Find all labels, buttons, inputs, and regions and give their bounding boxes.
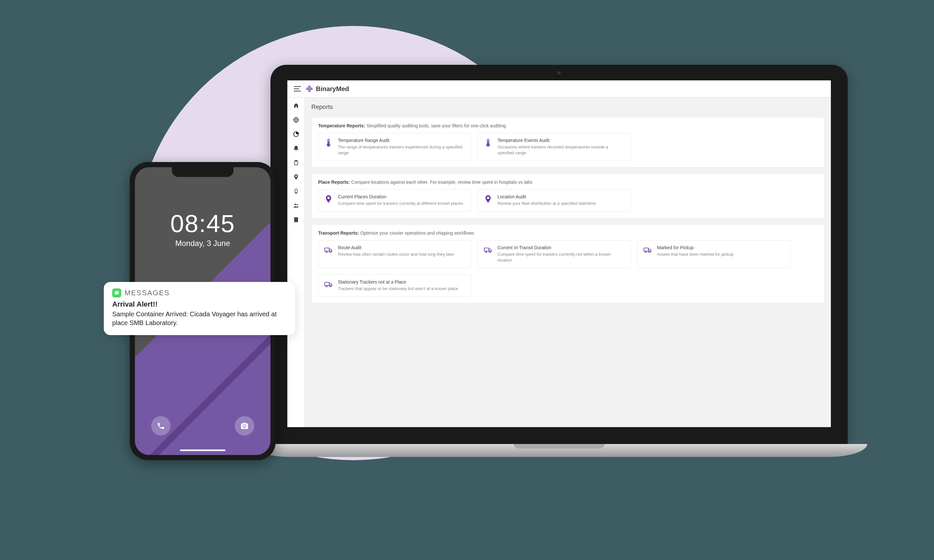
brand-name: BinaryMed <box>316 85 349 93</box>
svg-point-22 <box>326 285 328 287</box>
sidebar-item-location[interactable] <box>293 173 300 180</box>
card-title: Temperature Range Audit <box>338 138 466 143</box>
card-title: Location Audit <box>498 194 625 199</box>
section-subtitle: Simplified quality auditing tools, save … <box>367 123 506 128</box>
svg-point-14 <box>330 251 331 252</box>
notification-body: Sample Container Arrived: Cicada Voyager… <box>112 310 287 327</box>
card-title: Route Audit <box>338 245 466 250</box>
svg-point-17 <box>489 251 491 252</box>
card-title: Marked for Pickup <box>657 245 785 250</box>
card-title: Stationary Trackers not at a Place <box>338 279 466 285</box>
svg-point-19 <box>645 251 647 252</box>
report-card[interactable]: Route AuditReview how often certain rout… <box>318 240 471 268</box>
laptop-base <box>251 444 867 457</box>
truck-icon <box>324 245 333 255</box>
card-description: Occasions where trackers recorded temper… <box>498 144 625 156</box>
section-header: Place Reports: Compare locations against… <box>318 180 818 185</box>
report-section: Temperature Reports: Simplified quality … <box>311 117 825 168</box>
lockscreen-date: Monday, 3 June <box>135 239 270 248</box>
laptop-camera <box>558 71 561 75</box>
card-description: Review your fleet distribution at a spec… <box>498 201 625 206</box>
report-card[interactable]: Marked for PickupAssets that have been m… <box>637 240 790 268</box>
section-header: Temperature Reports: Simplified quality … <box>318 123 818 128</box>
svg-point-8 <box>328 144 330 146</box>
sidebar-item-users[interactable] <box>293 202 300 209</box>
section-header: Transport Reports: Optimise your courier… <box>318 231 818 235</box>
laptop-device: BinaryMed Reports Temperature <box>270 65 848 457</box>
report-card[interactable]: Current Places DurationCompare time spen… <box>318 189 471 211</box>
truck-icon <box>483 245 493 255</box>
sidebar-item-device[interactable] <box>293 188 300 195</box>
app-logo[interactable]: BinaryMed <box>305 85 349 93</box>
section-subtitle: Compare locations against each other. Fo… <box>351 180 533 185</box>
report-card[interactable]: Stationary Trackers not at a PlaceTracke… <box>318 274 471 297</box>
truck-icon <box>643 245 652 255</box>
card-title: Temperature Events Audit <box>498 138 625 143</box>
lockscreen-phone-button[interactable] <box>151 416 171 435</box>
svg-point-10 <box>487 144 489 146</box>
thermometer-icon <box>324 138 333 148</box>
sidebar-item-home[interactable] <box>293 102 300 109</box>
sidebar-item-globe[interactable] <box>293 116 300 123</box>
report-card[interactable]: Location AuditReview your fleet distribu… <box>478 189 631 211</box>
report-card[interactable]: Temperature Range AuditThe range of temp… <box>318 133 471 161</box>
logo-icon <box>305 85 313 93</box>
svg-point-16 <box>485 251 487 252</box>
sidebar-item-clipboard[interactable] <box>293 159 300 166</box>
notification-title: Arrival Alert!! <box>112 300 287 309</box>
phone-notch <box>172 167 233 177</box>
card-description: Review how often certain routes occur an… <box>338 251 466 257</box>
sidebar-item-reports[interactable] <box>293 131 300 138</box>
section-label: Place Reports: <box>318 180 350 185</box>
notification-app-label: MESSAGES <box>125 289 170 297</box>
app-window: BinaryMed Reports Temperature <box>287 80 831 427</box>
thermometer-icon <box>483 138 493 148</box>
lockscreen-camera-button[interactable] <box>235 416 254 435</box>
svg-point-6 <box>294 203 296 205</box>
report-card[interactable]: Temperature Events AuditOccasions where … <box>478 133 631 161</box>
card-description: Assets that have been marked for pickup <box>657 251 785 257</box>
section-subtitle: Optimise your courier operations and shi… <box>360 231 474 235</box>
report-section: Place Reports: Compare locations against… <box>311 173 825 218</box>
report-card[interactable]: Current In-Transit DurationCompare time … <box>478 240 631 268</box>
sidebar-item-alerts[interactable] <box>293 145 300 152</box>
page-title: Reports <box>311 103 825 111</box>
notification-card[interactable]: MESSAGES Arrival Alert!! Sample Containe… <box>104 282 295 335</box>
card-description: Compare time spent for trackers currentl… <box>498 251 625 263</box>
menu-toggle-button[interactable] <box>294 86 301 92</box>
content-area: Reports Temperature Reports: Simplified … <box>305 97 831 427</box>
card-title: Current Places Duration <box>338 194 466 199</box>
pin-icon <box>324 194 333 204</box>
pin-icon <box>483 194 493 204</box>
svg-point-5 <box>296 192 296 193</box>
app-header: BinaryMed <box>287 80 831 97</box>
card-title: Current In-Transit Duration <box>498 245 625 250</box>
messages-app-icon <box>112 288 121 297</box>
section-label: Temperature Reports: <box>318 123 365 128</box>
svg-point-7 <box>296 204 298 205</box>
truck-icon <box>324 279 333 289</box>
report-section: Transport Reports: Optimise your courier… <box>311 224 825 304</box>
card-description: Trackers that appear to be stationary bu… <box>338 286 466 292</box>
svg-point-13 <box>326 251 328 252</box>
card-description: The range of temperatures trackers exper… <box>338 144 466 156</box>
sidebar-item-building[interactable] <box>293 216 300 223</box>
card-description: Compare time spent for trackers currentl… <box>338 201 466 206</box>
home-indicator[interactable] <box>180 449 225 451</box>
sidebar <box>287 97 305 427</box>
svg-point-20 <box>649 251 650 252</box>
lockscreen-time: 08:45 <box>135 209 270 237</box>
section-label: Transport Reports: <box>318 231 359 235</box>
svg-point-23 <box>330 285 331 287</box>
